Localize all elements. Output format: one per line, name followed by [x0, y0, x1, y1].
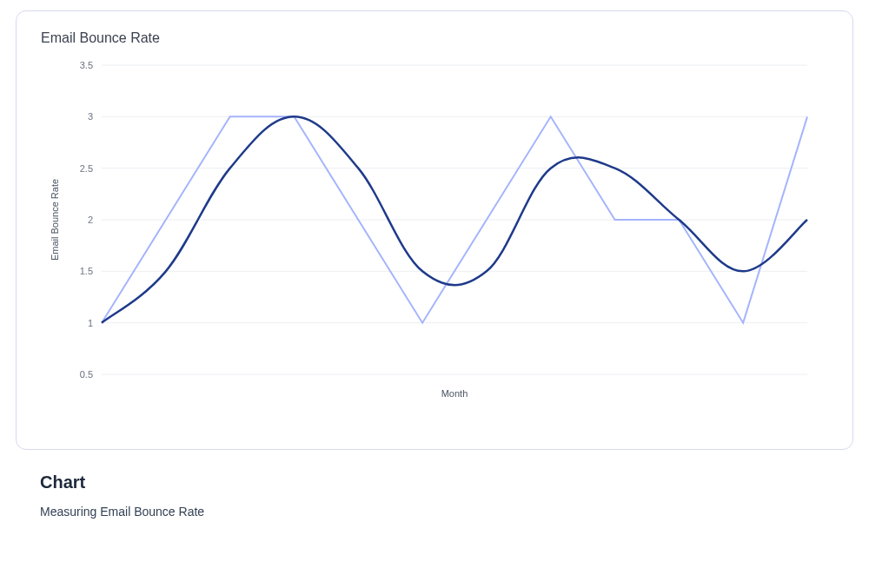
x-axis-label: Month — [441, 388, 468, 399]
y-tick-label: 2.5 — [80, 163, 93, 174]
chart-card: Email Bounce Rate 0.511.522.533.5MonthEm… — [16, 10, 853, 450]
y-tick-label: 3 — [88, 111, 93, 122]
y-tick-label: 0.5 — [80, 369, 93, 380]
section-heading: Chart — [40, 472, 853, 492]
y-tick-label: 3.5 — [80, 60, 93, 70]
section-subtitle: Measuring Email Bounce Rate — [40, 505, 853, 519]
chart-title: Email Bounce Rate — [41, 30, 828, 46]
y-tick-label: 2 — [88, 215, 93, 225]
y-axis-label: Email Bounce Rate — [50, 179, 60, 261]
y-tick-label: 1.5 — [80, 266, 93, 276]
y-tick-label: 1 — [88, 318, 93, 328]
chart-plot: 0.511.522.533.5MonthEmail Bounce Rate — [41, 56, 828, 421]
